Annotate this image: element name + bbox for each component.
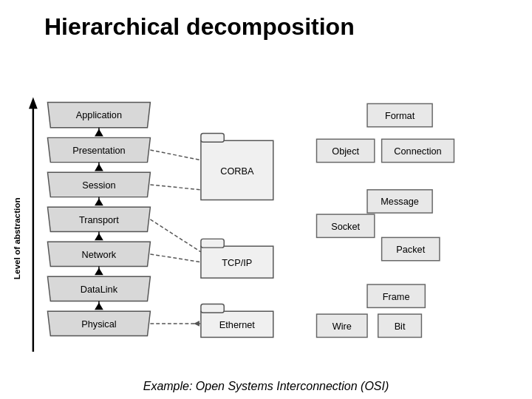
- svg-text:Session: Session: [82, 180, 115, 191]
- svg-text:Wire: Wire: [332, 321, 352, 332]
- svg-line-39: [150, 185, 201, 190]
- svg-text:Transport: Transport: [79, 214, 119, 225]
- page-title: Hierarchical decomposition: [0, 0, 532, 48]
- svg-rect-36: [201, 304, 224, 313]
- svg-text:Bit: Bit: [395, 321, 406, 332]
- svg-line-40: [150, 219, 201, 252]
- svg-line-41: [150, 254, 201, 262]
- svg-text:Socket: Socket: [331, 221, 360, 232]
- svg-line-38: [150, 150, 201, 160]
- svg-marker-43: [194, 321, 200, 327]
- svg-text:Ethernet: Ethernet: [219, 319, 256, 330]
- svg-marker-1: [29, 98, 38, 109]
- svg-text:Physical: Physical: [81, 318, 116, 330]
- svg-text:Level of abstraction: Level of abstraction: [12, 197, 21, 279]
- svg-text:Connection: Connection: [394, 146, 441, 157]
- svg-text:Object: Object: [332, 146, 359, 157]
- svg-rect-33: [201, 239, 224, 248]
- svg-text:Presentation: Presentation: [72, 145, 125, 156]
- svg-text:Network: Network: [82, 249, 117, 260]
- svg-text:DataLink: DataLink: [81, 284, 118, 295]
- svg-rect-30: [201, 133, 224, 142]
- svg-text:Message: Message: [381, 196, 419, 207]
- svg-text:Format: Format: [385, 110, 415, 121]
- svg-text:CORBA: CORBA: [220, 166, 254, 177]
- svg-text:TCP/IP: TCP/IP: [222, 257, 252, 268]
- svg-text:Application: Application: [76, 109, 122, 120]
- svg-text:Frame: Frame: [383, 291, 410, 302]
- svg-text:Packet: Packet: [396, 244, 425, 255]
- footer-text: Example: Open Systems Interconnection (O…: [0, 380, 532, 393]
